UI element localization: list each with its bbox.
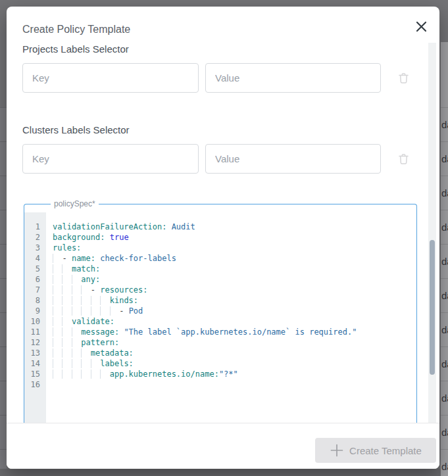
background-bottom-strip xyxy=(0,469,441,476)
background-table-row xyxy=(0,210,7,244)
clusters-value-input[interactable] xyxy=(205,144,381,174)
dialog-footer: Create Template xyxy=(7,423,439,469)
background-table-row xyxy=(0,381,7,415)
background-row-text: da xyxy=(441,324,448,335)
dialog-title: Create Policy Template xyxy=(22,24,130,36)
create-template-label: Create Template xyxy=(349,445,422,456)
background-table-row: da xyxy=(441,141,448,176)
line-number: 7 xyxy=(24,285,40,295)
background-table-row xyxy=(0,176,7,210)
policy-spec-editor[interactable]: policySpec* 12345678910111213141516 vali… xyxy=(24,199,417,423)
projects-key-input[interactable] xyxy=(22,63,199,93)
code-line: validate: xyxy=(53,316,416,327)
background-row-text: da xyxy=(441,290,448,301)
line-number: 4 xyxy=(24,253,40,264)
projects-labels-selector-label: Projects Labels Selector xyxy=(22,43,129,55)
background-row-text: da xyxy=(441,153,448,164)
line-number: 12 xyxy=(24,337,40,348)
code-line: metadata: xyxy=(53,348,416,358)
clusters-key-input[interactable] xyxy=(22,144,199,174)
close-icon xyxy=(415,20,428,35)
line-number: 15 xyxy=(24,369,40,379)
trash-icon xyxy=(397,152,411,168)
background-table-row xyxy=(0,346,7,381)
background-table-row xyxy=(0,141,7,176)
plus-icon xyxy=(330,443,344,458)
background-table-rows: dadadadadadadadadadada xyxy=(441,107,448,476)
line-number: 14 xyxy=(24,358,40,369)
code-line: rules: xyxy=(53,243,416,253)
background-table-row: da xyxy=(441,176,448,210)
background-row-text: da xyxy=(441,427,448,438)
code-line: app.kubernetes.io/name:"?*" xyxy=(53,369,416,379)
code-line: validationFailureAction: Audit xyxy=(53,222,416,232)
code-line: message: "The label `app.kubernetes.io/n… xyxy=(53,327,416,337)
background-left-strip xyxy=(0,107,7,476)
clusters-delete-row-button[interactable] xyxy=(395,151,412,168)
background-table-row xyxy=(0,278,7,312)
line-number: 3 xyxy=(24,243,40,253)
projects-value-input[interactable] xyxy=(205,63,381,93)
code-line: match: xyxy=(53,264,416,274)
code-line: kinds: xyxy=(53,295,416,306)
background-table-row: da xyxy=(441,449,448,476)
background-table-row: da xyxy=(441,244,448,278)
line-number: 5 xyxy=(24,264,40,274)
background-table-row: da xyxy=(441,210,448,244)
code-line: background: true xyxy=(53,232,416,243)
policy-spec-legend: policySpec* xyxy=(51,199,99,208)
background-table-row xyxy=(0,107,7,141)
projects-delete-row-button[interactable] xyxy=(395,70,412,87)
code-line xyxy=(53,379,416,390)
background-table-row xyxy=(0,415,7,449)
line-numbers: 12345678910111213141516 xyxy=(24,212,46,423)
background-table-row xyxy=(0,244,7,278)
code-line: any: xyxy=(53,274,416,285)
line-number: 6 xyxy=(24,274,40,285)
create-policy-template-dialog: Create Policy Template Projects Labels S… xyxy=(7,7,439,469)
line-number: 10 xyxy=(24,316,40,327)
background-row-text: da xyxy=(441,393,448,404)
background-row-text: da xyxy=(441,119,448,130)
background-table-row: da xyxy=(441,381,448,415)
create-template-button[interactable]: Create Template xyxy=(315,438,436,463)
line-number: 11 xyxy=(24,327,40,337)
dialog-scrollbar[interactable] xyxy=(428,43,436,423)
background-table-strip: dadadadadadadadadadada xyxy=(441,42,448,476)
clusters-labels-selector-label: Clusters Labels Selector xyxy=(22,124,130,135)
line-number: 1 xyxy=(24,222,40,232)
line-number: 8 xyxy=(24,295,40,306)
code-line: pattern: xyxy=(53,337,416,348)
background-table-row: da xyxy=(441,312,448,346)
background-row-text: da xyxy=(441,461,448,472)
line-number: 13 xyxy=(24,348,40,358)
background-table-row: da xyxy=(441,278,448,312)
line-number: 9 xyxy=(24,306,40,316)
background-row-text: da xyxy=(441,222,448,233)
code-line: - resources: xyxy=(53,285,416,295)
code-line: - Pod xyxy=(53,306,416,316)
background-row-text: da xyxy=(441,187,448,199)
background-table-row xyxy=(0,312,7,346)
scrollbar-thumb[interactable] xyxy=(430,240,435,375)
line-number: 16 xyxy=(24,379,40,390)
code-line: - name: check-for-labels xyxy=(53,253,416,264)
trash-icon xyxy=(397,71,411,87)
code-content[interactable]: validationFailureAction: Auditbackground… xyxy=(46,212,416,423)
background-row-text: da xyxy=(441,256,448,267)
background-table-row: da xyxy=(441,107,448,141)
background-table-row: da xyxy=(441,415,448,449)
code-line: labels: xyxy=(53,358,416,369)
background-table-row: da xyxy=(441,346,448,381)
background-row-text: da xyxy=(441,358,448,369)
line-number: 2 xyxy=(24,232,40,243)
close-button[interactable] xyxy=(411,17,432,38)
